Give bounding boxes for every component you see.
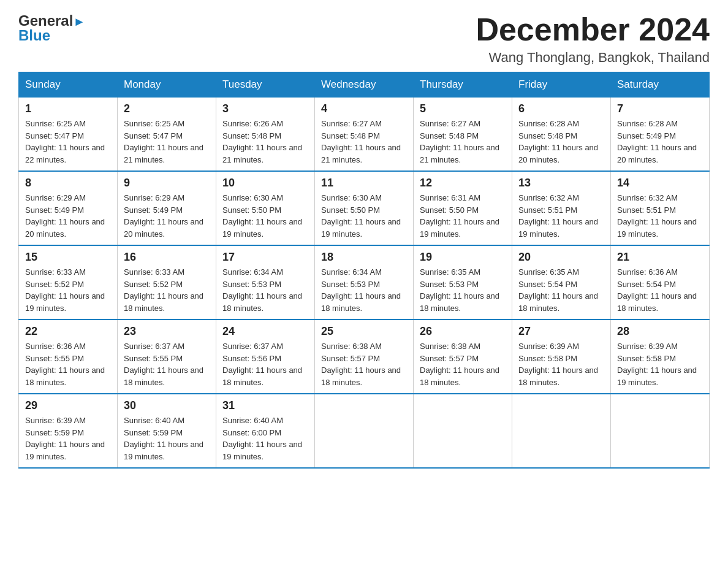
day-number: 10 — [222, 177, 308, 190]
calendar-week-row: 8 Sunrise: 6:29 AM Sunset: 5:49 PM Dayli… — [19, 171, 710, 245]
calendar-day-cell: 6 Sunrise: 6:28 AM Sunset: 5:48 PM Dayli… — [512, 98, 611, 172]
col-thursday: Thursday — [414, 72, 512, 98]
day-number: 3 — [222, 102, 308, 115]
calendar-day-cell: 4 Sunrise: 6:27 AM Sunset: 5:48 PM Dayli… — [315, 98, 414, 172]
col-sunday: Sunday — [19, 72, 118, 98]
day-info: Sunrise: 6:29 AM Sunset: 5:49 PM Dayligh… — [124, 192, 210, 240]
day-info: Sunrise: 6:38 AM Sunset: 5:57 PM Dayligh… — [420, 340, 506, 388]
page-header: General► Blue December 2024 Wang Thongla… — [18, 12, 710, 66]
calendar-day-cell: 16 Sunrise: 6:33 AM Sunset: 5:52 PM Dayl… — [118, 245, 216, 320]
day-info: Sunrise: 6:39 AM Sunset: 5:58 PM Dayligh… — [518, 340, 604, 388]
day-info: Sunrise: 6:32 AM Sunset: 5:51 PM Dayligh… — [617, 192, 703, 240]
day-info: Sunrise: 6:32 AM Sunset: 5:51 PM Dayligh… — [518, 192, 604, 240]
col-saturday: Saturday — [611, 72, 710, 98]
day-info: Sunrise: 6:29 AM Sunset: 5:49 PM Dayligh… — [25, 192, 111, 240]
day-info: Sunrise: 6:38 AM Sunset: 5:57 PM Dayligh… — [321, 340, 407, 388]
logo: General► Blue — [18, 12, 85, 44]
day-number: 4 — [321, 102, 407, 115]
calendar-day-cell: 29 Sunrise: 6:39 AM Sunset: 5:59 PM Dayl… — [19, 394, 118, 468]
calendar-day-cell: 8 Sunrise: 6:29 AM Sunset: 5:49 PM Dayli… — [19, 171, 118, 245]
calendar-day-cell: 18 Sunrise: 6:34 AM Sunset: 5:53 PM Dayl… — [315, 245, 414, 320]
day-number: 21 — [617, 251, 703, 264]
day-number: 6 — [518, 102, 604, 115]
day-number: 30 — [124, 399, 210, 412]
calendar-title: December 2024 — [476, 12, 710, 47]
calendar-week-row: 22 Sunrise: 6:36 AM Sunset: 5:55 PM Dayl… — [19, 320, 710, 394]
calendar-day-cell: 21 Sunrise: 6:36 AM Sunset: 5:54 PM Dayl… — [611, 245, 710, 320]
calendar-day-cell — [414, 394, 512, 468]
day-number: 13 — [518, 177, 604, 190]
day-number: 18 — [321, 251, 407, 264]
col-monday: Monday — [118, 72, 216, 98]
day-number: 29 — [25, 399, 111, 412]
day-info: Sunrise: 6:27 AM Sunset: 5:48 PM Dayligh… — [321, 118, 407, 166]
calendar-header: Sunday Monday Tuesday Wednesday Thursday… — [19, 72, 710, 98]
col-tuesday: Tuesday — [216, 72, 315, 98]
day-number: 15 — [25, 251, 111, 264]
calendar-body: 1 Sunrise: 6:25 AM Sunset: 5:47 PM Dayli… — [19, 98, 710, 469]
calendar-day-cell: 3 Sunrise: 6:26 AM Sunset: 5:48 PM Dayli… — [216, 98, 315, 172]
calendar-week-row: 15 Sunrise: 6:33 AM Sunset: 5:52 PM Dayl… — [19, 245, 710, 320]
day-number: 19 — [420, 251, 506, 264]
day-info: Sunrise: 6:27 AM Sunset: 5:48 PM Dayligh… — [420, 118, 506, 166]
day-info: Sunrise: 6:26 AM Sunset: 5:48 PM Dayligh… — [222, 118, 308, 166]
day-info: Sunrise: 6:40 AM Sunset: 5:59 PM Dayligh… — [124, 415, 210, 462]
day-info: Sunrise: 6:40 AM Sunset: 6:00 PM Dayligh… — [222, 415, 308, 462]
calendar-day-cell — [315, 394, 414, 468]
title-section: December 2024 Wang Thonglang, Bangkok, T… — [476, 12, 710, 66]
calendar-day-cell: 20 Sunrise: 6:35 AM Sunset: 5:54 PM Dayl… — [512, 245, 611, 320]
calendar-day-cell: 10 Sunrise: 6:30 AM Sunset: 5:50 PM Dayl… — [216, 171, 315, 245]
day-info: Sunrise: 6:39 AM Sunset: 5:59 PM Dayligh… — [25, 415, 111, 462]
calendar-day-cell: 28 Sunrise: 6:39 AM Sunset: 5:58 PM Dayl… — [611, 320, 710, 394]
day-number: 5 — [420, 102, 506, 115]
day-info: Sunrise: 6:25 AM Sunset: 5:47 PM Dayligh… — [124, 118, 210, 166]
calendar-day-cell: 17 Sunrise: 6:34 AM Sunset: 5:53 PM Dayl… — [216, 245, 315, 320]
day-number: 16 — [124, 251, 210, 264]
day-info: Sunrise: 6:34 AM Sunset: 5:53 PM Dayligh… — [222, 266, 308, 314]
day-number: 31 — [222, 399, 308, 412]
calendar-day-cell: 5 Sunrise: 6:27 AM Sunset: 5:48 PM Dayli… — [414, 98, 512, 172]
logo-line2: Blue — [18, 27, 50, 44]
day-number: 20 — [518, 251, 604, 264]
day-number: 8 — [25, 177, 111, 190]
day-info: Sunrise: 6:35 AM Sunset: 5:54 PM Dayligh… — [518, 266, 604, 314]
col-wednesday: Wednesday — [315, 72, 414, 98]
calendar-day-cell: 13 Sunrise: 6:32 AM Sunset: 5:51 PM Dayl… — [512, 171, 611, 245]
day-info: Sunrise: 6:28 AM Sunset: 5:48 PM Dayligh… — [518, 118, 604, 166]
calendar-day-cell: 30 Sunrise: 6:40 AM Sunset: 5:59 PM Dayl… — [118, 394, 216, 468]
day-info: Sunrise: 6:33 AM Sunset: 5:52 PM Dayligh… — [25, 266, 111, 314]
calendar-day-cell: 9 Sunrise: 6:29 AM Sunset: 5:49 PM Dayli… — [118, 171, 216, 245]
day-number: 24 — [222, 325, 308, 338]
day-number: 1 — [25, 102, 111, 115]
calendar-subtitle: Wang Thonglang, Bangkok, Thailand — [476, 50, 710, 66]
day-info: Sunrise: 6:39 AM Sunset: 5:58 PM Dayligh… — [617, 340, 703, 388]
calendar-table: Sunday Monday Tuesday Wednesday Thursday… — [18, 72, 710, 469]
day-info: Sunrise: 6:33 AM Sunset: 5:52 PM Dayligh… — [124, 266, 210, 314]
day-info: Sunrise: 6:31 AM Sunset: 5:50 PM Dayligh… — [420, 192, 506, 240]
day-number: 17 — [222, 251, 308, 264]
calendar-day-cell: 15 Sunrise: 6:33 AM Sunset: 5:52 PM Dayl… — [19, 245, 118, 320]
calendar-day-cell: 2 Sunrise: 6:25 AM Sunset: 5:47 PM Dayli… — [118, 98, 216, 172]
day-number: 12 — [420, 177, 506, 190]
calendar-day-cell — [611, 394, 710, 468]
logo-arrow-icon: ► — [73, 15, 85, 29]
calendar-day-cell: 19 Sunrise: 6:35 AM Sunset: 5:53 PM Dayl… — [414, 245, 512, 320]
day-info: Sunrise: 6:34 AM Sunset: 5:53 PM Dayligh… — [321, 266, 407, 314]
day-number: 26 — [420, 325, 506, 338]
day-number: 27 — [518, 325, 604, 338]
day-info: Sunrise: 6:30 AM Sunset: 5:50 PM Dayligh… — [321, 192, 407, 240]
calendar-day-cell: 23 Sunrise: 6:37 AM Sunset: 5:55 PM Dayl… — [118, 320, 216, 394]
day-info: Sunrise: 6:37 AM Sunset: 5:56 PM Dayligh… — [222, 340, 308, 388]
calendar-day-cell: 1 Sunrise: 6:25 AM Sunset: 5:47 PM Dayli… — [19, 98, 118, 172]
calendar-day-cell: 26 Sunrise: 6:38 AM Sunset: 5:57 PM Dayl… — [414, 320, 512, 394]
calendar-day-cell: 12 Sunrise: 6:31 AM Sunset: 5:50 PM Dayl… — [414, 171, 512, 245]
day-number: 11 — [321, 177, 407, 190]
day-number: 9 — [124, 177, 210, 190]
calendar-day-cell — [512, 394, 611, 468]
day-number: 28 — [617, 325, 703, 338]
calendar-day-cell: 22 Sunrise: 6:36 AM Sunset: 5:55 PM Dayl… — [19, 320, 118, 394]
calendar-week-row: 29 Sunrise: 6:39 AM Sunset: 5:59 PM Dayl… — [19, 394, 710, 468]
day-number: 25 — [321, 325, 407, 338]
calendar-day-cell: 27 Sunrise: 6:39 AM Sunset: 5:58 PM Dayl… — [512, 320, 611, 394]
calendar-day-cell: 24 Sunrise: 6:37 AM Sunset: 5:56 PM Dayl… — [216, 320, 315, 394]
